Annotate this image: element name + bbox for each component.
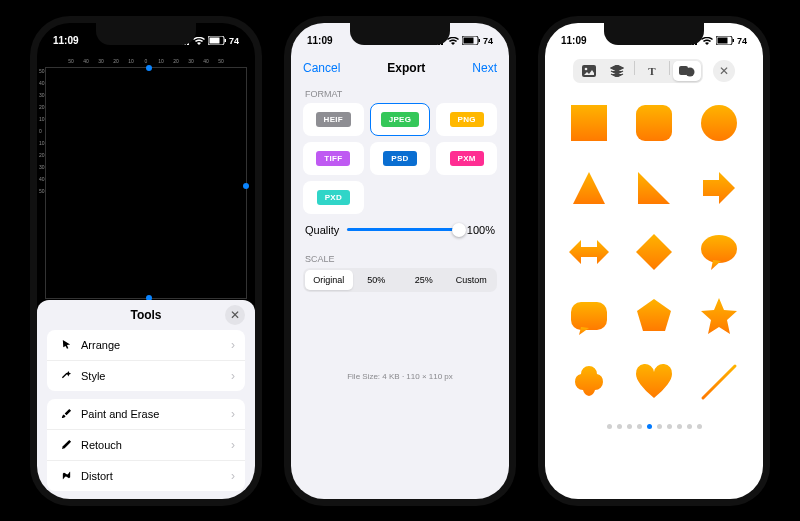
format-heif[interactable]: HEIF: [303, 103, 364, 136]
shape-speech[interactable]: [692, 226, 745, 279]
page-dot[interactable]: [657, 424, 662, 429]
tool-row-paint-and-erase[interactable]: Paint and Erase›: [47, 399, 245, 430]
page-title: Export: [387, 61, 425, 75]
quality-slider[interactable]: [347, 228, 459, 231]
sheet-title: Tools: [130, 308, 161, 322]
tools-sheet: Tools ✕ Arrange›Style›Paint and Erase›Re…: [37, 300, 255, 499]
format-jpeg[interactable]: JPEG: [370, 103, 431, 136]
svg-rect-14: [571, 105, 607, 141]
cancel-button[interactable]: Cancel: [303, 61, 340, 75]
format-pxm[interactable]: PXM: [436, 142, 497, 175]
chevron-right-icon: ›: [231, 338, 235, 352]
shape-rtriangle[interactable]: [628, 161, 681, 214]
svg-rect-9: [582, 65, 596, 77]
next-button[interactable]: Next: [472, 61, 497, 75]
shape-square[interactable]: [563, 97, 616, 150]
tool-segment: T: [573, 59, 703, 83]
svg-rect-8: [732, 39, 734, 42]
tool-row-arrange[interactable]: Arrange›: [47, 330, 245, 361]
shape-circle[interactable]: [692, 97, 745, 150]
svg-rect-18: [571, 302, 607, 330]
scale-custom[interactable]: Custom: [448, 270, 496, 290]
status-time: 11:09: [53, 35, 79, 46]
shape-diamond[interactable]: [628, 226, 681, 279]
page-dot[interactable]: [687, 424, 692, 429]
page-dot[interactable]: [637, 424, 642, 429]
shape-heart[interactable]: [628, 355, 681, 408]
pencil-icon: [57, 439, 75, 450]
shape-rounded[interactable]: [628, 97, 681, 150]
canvas[interactable]: [45, 67, 247, 299]
scale-header: SCALE: [305, 254, 495, 264]
distort-icon: [57, 470, 75, 481]
page-dot[interactable]: [667, 424, 672, 429]
shape-star[interactable]: [692, 291, 745, 344]
tool-row-style[interactable]: Style›: [47, 361, 245, 391]
shape-arrow-r[interactable]: [692, 161, 745, 214]
svg-point-17: [701, 235, 737, 263]
page-dot[interactable]: [627, 424, 632, 429]
format-png[interactable]: PNG: [436, 103, 497, 136]
page-dots: [545, 418, 763, 435]
ruler-vertical: 504030201001020304050: [39, 68, 45, 194]
svg-rect-5: [478, 39, 480, 42]
shape-triangle[interactable]: [563, 161, 616, 214]
chevron-right-icon: ›: [231, 438, 235, 452]
svg-point-10: [585, 67, 588, 70]
status-time: 11:09: [561, 35, 587, 46]
svg-rect-7: [717, 38, 727, 44]
svg-rect-4: [463, 38, 473, 44]
svg-text:T: T: [648, 65, 656, 77]
quality-row: Quality 100%: [291, 214, 509, 246]
format-grid: HEIFJPEGPNGTIFFPSDPXMPXD: [291, 103, 509, 214]
tab-text[interactable]: T: [638, 61, 666, 81]
page-dot[interactable]: [607, 424, 612, 429]
shape-arrow-lr[interactable]: [563, 226, 616, 279]
shape-line[interactable]: [692, 355, 745, 408]
svg-rect-15: [636, 105, 672, 141]
scale-original[interactable]: Original: [305, 270, 353, 290]
chevron-right-icon: ›: [231, 407, 235, 421]
format-pxd[interactable]: PXD: [303, 181, 364, 214]
shape-cloud[interactable]: [563, 355, 616, 408]
format-header: FORMAT: [305, 89, 495, 99]
svg-point-16: [701, 105, 737, 141]
scale-25%[interactable]: 25%: [400, 270, 448, 290]
page-dot[interactable]: [697, 424, 702, 429]
wand-icon: [57, 370, 75, 381]
ruler-horizontal: 504030201001020304050: [37, 55, 255, 67]
tab-layers[interactable]: [603, 61, 631, 81]
page-dot[interactable]: [647, 424, 652, 429]
file-info: File Size: 4 KB · 110 × 110 px: [291, 372, 509, 381]
brush-icon: [57, 408, 75, 419]
toolbar: T ✕: [545, 55, 763, 87]
page-dot[interactable]: [677, 424, 682, 429]
tools-list: Arrange›Style›Paint and Erase›Retouch›Di…: [47, 330, 245, 491]
shapes-grid: [545, 87, 763, 418]
cursor-icon: [57, 339, 75, 350]
quality-label: Quality: [305, 224, 339, 236]
scale-50%[interactable]: 50%: [353, 270, 401, 290]
close-button[interactable]: ✕: [713, 60, 735, 82]
tool-row-distort[interactable]: Distort›: [47, 461, 245, 491]
tab-image[interactable]: [575, 61, 603, 81]
close-button[interactable]: ✕: [225, 305, 245, 325]
quality-value: 100%: [467, 224, 495, 236]
svg-rect-1: [209, 38, 219, 44]
page-dot[interactable]: [617, 424, 622, 429]
svg-point-13: [686, 67, 695, 76]
svg-rect-2: [224, 39, 226, 42]
format-psd[interactable]: PSD: [370, 142, 431, 175]
tab-shape[interactable]: [673, 61, 701, 81]
svg-line-19: [703, 366, 735, 398]
shape-rounded2[interactable]: [563, 291, 616, 344]
status-time: 11:09: [307, 35, 333, 46]
nav-bar: Cancel Export Next: [291, 55, 509, 81]
chevron-right-icon: ›: [231, 369, 235, 383]
format-tiff[interactable]: TIFF: [303, 142, 364, 175]
tool-row-retouch[interactable]: Retouch›: [47, 430, 245, 461]
chevron-right-icon: ›: [231, 469, 235, 483]
shape-poly[interactable]: [628, 291, 681, 344]
scale-segment: Original50%25%Custom: [303, 268, 497, 292]
